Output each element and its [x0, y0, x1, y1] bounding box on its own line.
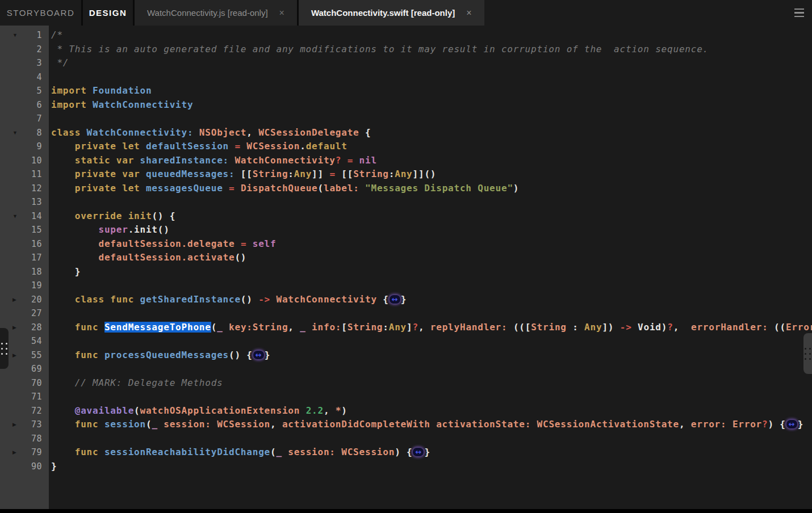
- code-text[interactable]: func sessionReachabilityDidChange(_ sess…: [49, 445, 430, 460]
- close-icon[interactable]: ×: [279, 8, 284, 18]
- line-number: 12: [31, 184, 42, 192]
- code-token: WCSession: [217, 419, 270, 430]
- code-text[interactable]: private let messagesQueue = DispatchQueu…: [49, 182, 519, 196]
- tab-storyboard[interactable]: STORYBOARD: [0, 0, 81, 26]
- code-token: ?: [762, 419, 768, 430]
- fold-closed-arrow-icon[interactable]: ▶: [12, 422, 16, 427]
- code-text[interactable]: private let defaultSession = WCSession.d…: [49, 140, 348, 154]
- code-text[interactable]: func processQueuedMessages() {↔}: [49, 348, 270, 363]
- code-token: default: [306, 141, 348, 152]
- code-token: /*: [51, 30, 63, 40]
- fold-closed-arrow-icon[interactable]: ▶: [12, 325, 16, 330]
- code-fold-placeholder-icon[interactable]: ↔: [253, 351, 264, 359]
- code-token: processQueuedMessages: [104, 350, 229, 360]
- code-token: ): [341, 405, 347, 416]
- code-fold-placeholder-icon[interactable]: ↔: [786, 420, 797, 428]
- code-text[interactable]: @available(watchOSApplicationExtension 2…: [49, 404, 348, 418]
- code-line: 7: [0, 112, 812, 126]
- line-number: 70: [31, 379, 42, 387]
- code-token: [229, 155, 235, 166]
- code-text[interactable]: class func getSharedInstance() -> WatchC…: [49, 293, 407, 307]
- gutter: ▼14: [0, 209, 49, 224]
- code-token: ,: [270, 419, 282, 430]
- code-token: [229, 141, 235, 152]
- code-token: [51, 183, 75, 194]
- code-token: (): [241, 294, 258, 305]
- fold-closed-arrow-icon[interactable]: ▶: [12, 450, 16, 455]
- code-token: [51, 155, 75, 166]
- code-token: :: [288, 169, 294, 179]
- line-number: 90: [31, 462, 42, 470]
- fold-closed-arrow-icon[interactable]: ▶: [12, 297, 16, 302]
- code-text[interactable]: /*: [49, 28, 63, 43]
- code-token: ,: [246, 127, 258, 138]
- fold-closed-arrow-icon[interactable]: ▶: [12, 352, 16, 358]
- code-editor[interactable]: ▼1/*2 * This is an auto generated file a…: [0, 26, 812, 513]
- code-text[interactable]: [49, 306, 51, 321]
- code-text[interactable]: * This is an auto generated file and any…: [49, 43, 709, 57]
- gutter: 9: [0, 140, 49, 154]
- tab-design[interactable]: DESIGN: [83, 0, 133, 26]
- code-text[interactable]: [49, 112, 51, 126]
- code-token: WCSession: [246, 141, 300, 152]
- code-text[interactable]: */: [49, 56, 69, 70]
- code-text[interactable]: func SendMessageToPhone(_ key:String, _ …: [49, 321, 812, 335]
- code-token: ,: [288, 322, 300, 333]
- code-text[interactable]: [49, 432, 51, 446]
- code-line: 17 defaultSession.activate(): [0, 251, 812, 265]
- code-text[interactable]: }: [49, 265, 81, 279]
- code-text[interactable]: // MARK: Delegate Methods: [49, 376, 223, 390]
- code-text[interactable]: import Foundation: [49, 84, 152, 98]
- code-token: [51, 211, 75, 221]
- right-panel-grip[interactable]: [803, 333, 812, 374]
- code-text[interactable]: private var queuedMessages: [[String:Any…: [49, 167, 436, 182]
- code-text[interactable]: class WatchConnectivity: NSObject, WCSes…: [49, 126, 371, 140]
- code-line: 2 * This is an auto generated file and a…: [0, 43, 812, 57]
- code-line: 12 private let messagesQueue = DispatchQ…: [0, 182, 812, 196]
- code-text[interactable]: defaultSession.activate(): [49, 251, 246, 265]
- code-text[interactable]: override init() {: [49, 209, 175, 224]
- tab-watchconnectivity-js[interactable]: WatchConnectivity.js [read-only] ×: [135, 0, 297, 26]
- code-line: 13: [0, 195, 812, 209]
- code-text[interactable]: super.init(): [49, 223, 170, 237]
- code-token: ?: [336, 155, 341, 166]
- code-token: ,: [418, 322, 430, 333]
- tab-watchconnectivity-swift[interactable]: WatchConnectivity.swift [read-only] ×: [299, 0, 484, 26]
- code-token: :: [567, 322, 584, 333]
- code-token: session: [104, 419, 146, 430]
- code-text[interactable]: [49, 334, 51, 348]
- code-token: [531, 419, 537, 430]
- fold-open-arrow-icon[interactable]: ▼: [12, 33, 18, 38]
- code-text[interactable]: [49, 390, 51, 404]
- line-number: 9: [36, 142, 42, 151]
- code-token: 2.2: [306, 405, 324, 416]
- code-token: [341, 155, 347, 166]
- code-text[interactable]: func session(_ session: WCSession, activ…: [49, 418, 803, 432]
- fold-open-arrow-icon[interactable]: ▼: [12, 130, 18, 135]
- hamburger-menu-icon[interactable]: [792, 6, 806, 20]
- close-icon[interactable]: ×: [466, 8, 471, 18]
- code-text[interactable]: static var sharedInstance: WatchConnecti…: [49, 154, 377, 168]
- code-token: private var: [75, 169, 146, 179]
- code-line: 71: [0, 390, 812, 404]
- code-token: key:String: [229, 322, 288, 333]
- line-number: 28: [31, 323, 42, 331]
- code-text[interactable]: [49, 70, 51, 85]
- code-text[interactable]: }: [49, 460, 57, 474]
- code-fold-placeholder-icon[interactable]: ↔: [413, 448, 424, 456]
- code-text[interactable]: defaultSession.delegate = self: [49, 237, 276, 251]
- code-token: ) {: [395, 447, 412, 457]
- fold-open-arrow-icon[interactable]: ▼: [12, 213, 18, 218]
- left-panel-grip[interactable]: [0, 328, 9, 369]
- code-token: [223, 322, 229, 333]
- gutter: 2: [0, 43, 49, 57]
- code-token: super: [98, 224, 128, 235]
- code-text[interactable]: import WatchConnectivity: [49, 98, 193, 112]
- code-token: activationDidCompleteWith activationStat…: [282, 419, 531, 430]
- code-line: 3 */: [0, 56, 812, 70]
- code-fold-placeholder-icon[interactable]: ↔: [390, 295, 400, 304]
- code-text[interactable]: [49, 362, 51, 376]
- code-token: [51, 405, 75, 416]
- code-text[interactable]: [49, 279, 51, 293]
- code-text[interactable]: [49, 195, 51, 209]
